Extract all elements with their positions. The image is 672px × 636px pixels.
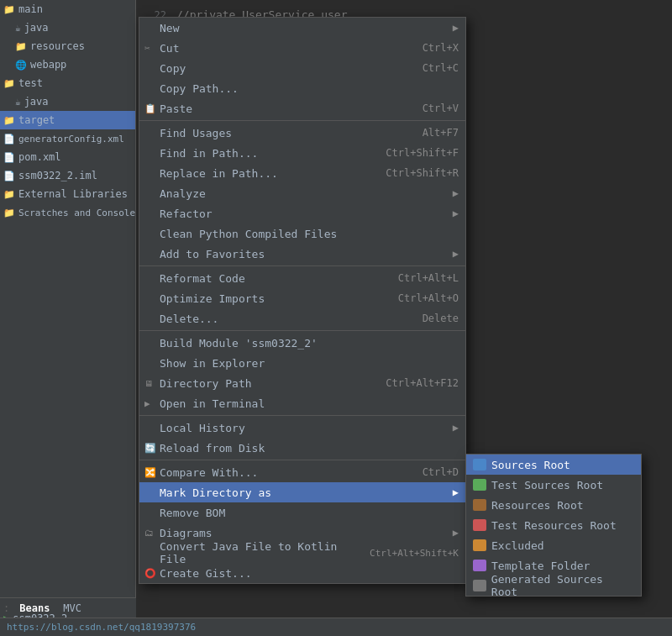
menu-item-delete[interactable]: Delete... Delete: [139, 308, 465, 329]
menu-item-reformat[interactable]: Reformat Code Ctrl+Alt+L: [139, 268, 465, 288]
tree-label: test: [18, 77, 43, 89]
tree-item-generatorconfig[interactable]: 📄 generatorConfig.xml: [0, 129, 135, 148]
separator: [139, 265, 465, 266]
arrow-icon: ▶: [453, 208, 459, 219]
menu-item-add-favorites[interactable]: Add to Favorites ▶: [139, 244, 465, 264]
menu-label: Reload from Disk: [160, 442, 459, 455]
status-text: https://blog.csdn.net/qq1819397376: [7, 622, 196, 633]
menu-label: Find Usages: [160, 127, 406, 139]
test-sources-icon: [473, 479, 486, 491]
menu-label: Paste: [160, 102, 406, 115]
submenu-label: Test Resources Root: [491, 519, 617, 532]
menu-label: Copy: [160, 62, 406, 75]
tree-label: java: [24, 22, 49, 34]
menu-label: Show in Explorer: [160, 357, 459, 370]
tree-label: webapp: [30, 59, 66, 71]
cut-icon: ✂: [144, 43, 150, 54]
menu-label: New: [160, 22, 453, 34]
resources-root-icon: [473, 499, 486, 511]
menu-item-refactor[interactable]: Refactor ▶: [139, 203, 465, 223]
menu-item-clean-python[interactable]: Clean Python Compiled Files: [139, 223, 465, 244]
scratch-icon: 📁: [3, 208, 15, 218]
menu-item-cut[interactable]: ✂ Cut Ctrl+X: [139, 38, 465, 58]
xml-icon: 📄: [3, 134, 15, 145]
menu-label: Add to Favorites: [160, 248, 453, 260]
menu-label: Mark Directory as: [160, 486, 453, 499]
tree-item-main[interactable]: 📁 main: [0, 0, 135, 18]
submenu-item-test-sources-root[interactable]: Test Sources Root: [466, 475, 641, 495]
menu-item-convert-kotlin[interactable]: Convert Java File to Kotlin File Ctrl+Al…: [139, 543, 465, 563]
shortcut: Alt+F7: [423, 127, 459, 139]
tree-label: generatorConfig.xml: [18, 134, 124, 145]
tree-item-pom[interactable]: 📄 pom.xml: [0, 148, 135, 166]
separator: [139, 120, 465, 121]
menu-item-build-module[interactable]: Build Module 'ssm0322_2': [139, 333, 465, 353]
menu-label: Clean Python Compiled Files: [160, 228, 459, 240]
menu-item-create-gist[interactable]: ⭕ Create Gist...: [139, 563, 465, 583]
menu-item-find-usages[interactable]: Find Usages Alt+F7: [139, 123, 465, 143]
shortcut: Ctrl+Shift+R: [386, 167, 459, 179]
tree-item-iml[interactable]: 📄 ssm0322_2.iml: [0, 166, 135, 185]
menu-item-paste[interactable]: 📋 Paste Ctrl+V: [139, 98, 465, 118]
menu-item-copy-path[interactable]: Copy Path...: [139, 78, 465, 98]
menu-item-find-in-path[interactable]: Find in Path... Ctrl+Shift+F: [139, 143, 465, 163]
menu-item-open-terminal[interactable]: ▶ Open in Terminal: [139, 393, 465, 413]
context-menu: New ▶ ✂ Cut Ctrl+X Copy Ctrl+C Copy Path…: [139, 17, 466, 584]
menu-label: Analyze: [160, 187, 453, 200]
menu-label: Local History: [160, 422, 453, 434]
tree-item-target[interactable]: 📁 target: [0, 111, 135, 129]
project-tree: 📁 main ☕ java 📁 resources 🌐 webapp 📁 tes…: [0, 0, 136, 636]
shortcut: Ctrl+C: [423, 62, 459, 74]
tree-item-java1[interactable]: ☕ java: [0, 18, 135, 37]
shortcut: Ctrl+V: [423, 102, 459, 114]
test-resources-icon: [473, 519, 486, 531]
menu-label: Copy Path...: [160, 82, 459, 95]
submenu-item-resources-root[interactable]: Resources Root: [466, 495, 641, 515]
tree-item-test[interactable]: 📁 test: [0, 74, 135, 92]
tree-item-resources[interactable]: 📁 resources: [0, 37, 135, 55]
menu-item-optimize-imports[interactable]: Optimize Imports Ctrl+Alt+O: [139, 288, 465, 308]
menu-label: Directory Path: [160, 377, 369, 390]
menu-label: Refactor: [160, 208, 453, 220]
menu-item-directory-path[interactable]: 🖥 Directory Path Ctrl+Alt+F12: [139, 373, 465, 393]
menu-item-mark-directory[interactable]: Mark Directory as ▶: [139, 482, 465, 502]
tree-item-scratches[interactable]: 📁 Scratches and Consoles: [0, 203, 135, 222]
tree-label: target: [18, 114, 55, 126]
menu-item-remove-bom[interactable]: Remove BOM: [139, 502, 465, 523]
menu-item-copy[interactable]: Copy Ctrl+C: [139, 58, 465, 78]
menu-label: Diagrams: [160, 527, 453, 539]
menu-item-replace-in-path[interactable]: Replace in Path... Ctrl+Shift+R: [139, 163, 465, 183]
menu-item-local-history[interactable]: Local History ▶: [139, 418, 465, 438]
arrow-icon: ▶: [453, 22, 459, 34]
menu-item-analyze[interactable]: Analyze ▶: [139, 183, 465, 203]
tree-label: resources: [30, 40, 85, 52]
submenu-label: Excluded: [491, 539, 544, 552]
submenu-item-excluded[interactable]: Excluded: [466, 535, 641, 555]
compare-icon: 🔀: [144, 467, 156, 478]
menu-item-reload-disk[interactable]: 🔄 Reload from Disk: [139, 438, 465, 458]
shortcut: Ctrl+Alt+L: [398, 272, 459, 284]
submenu-item-sources-root[interactable]: Sources Root: [466, 455, 641, 475]
menu-item-new[interactable]: New ▶: [139, 18, 465, 38]
tree-item-webapp[interactable]: 🌐 webapp: [0, 55, 135, 74]
shortcut: Ctrl+Alt+O: [398, 292, 459, 304]
tree-item-external-libs[interactable]: 📁 External Libraries: [0, 185, 135, 203]
separator: [139, 415, 465, 416]
tree-label: ssm0322_2.iml: [18, 170, 97, 181]
submenu-label: Resources Root: [491, 499, 584, 512]
shortcut: Ctrl+Alt+Shift+K: [370, 548, 459, 559]
menu-item-compare-with[interactable]: 🔀 Compare With... Ctrl+D: [139, 462, 465, 482]
menu-label: Replace in Path...: [160, 167, 369, 180]
tree-label: java: [24, 96, 49, 108]
menu-item-show-explorer[interactable]: Show in Explorer: [139, 353, 465, 373]
paste-icon: 📋: [144, 103, 156, 114]
submenu-item-test-resources-root[interactable]: Test Resources Root: [466, 515, 641, 535]
menu-label: Create Gist...: [160, 567, 459, 580]
shortcut: Ctrl+D: [423, 466, 459, 478]
submenu-item-generated-sources[interactable]: Generated Sources Root: [466, 576, 641, 596]
shortcut: Delete: [423, 313, 459, 324]
submenu-mark-directory: Sources Root Test Sources Root Resources…: [465, 454, 642, 597]
separator: [139, 330, 465, 331]
dir-icon: 🖥: [144, 379, 153, 388]
tree-item-java2[interactable]: ☕ java: [0, 92, 135, 111]
